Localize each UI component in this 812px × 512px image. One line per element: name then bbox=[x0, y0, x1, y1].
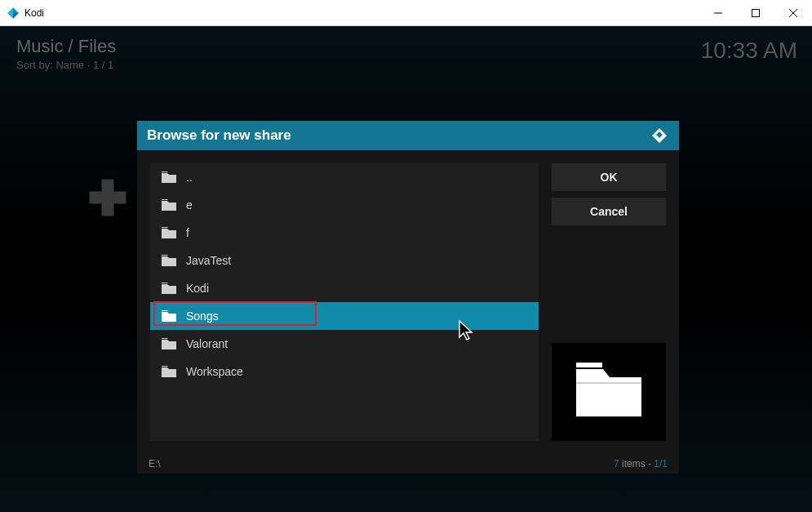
folder-icon bbox=[162, 255, 176, 266]
folder-icon bbox=[162, 227, 176, 238]
window-titlebar: Kodi bbox=[0, 0, 812, 26]
window-title: Kodi bbox=[24, 7, 699, 19]
folder-icon bbox=[162, 199, 176, 211]
list-item-label: JavaTest bbox=[186, 254, 231, 267]
close-button[interactable] bbox=[774, 0, 812, 25]
folder-icon bbox=[572, 363, 646, 421]
breadcrumb: Music / Files bbox=[16, 36, 116, 57]
cancel-button[interactable]: Cancel bbox=[552, 198, 666, 225]
preview-thumbnail bbox=[552, 343, 666, 441]
folder-icon bbox=[162, 310, 176, 322]
list-item[interactable]: Kodi bbox=[150, 274, 539, 302]
ok-button[interactable]: OK bbox=[552, 163, 666, 191]
kodi-logo-icon bbox=[650, 126, 669, 145]
list-item[interactable]: Valorant bbox=[150, 330, 539, 358]
list-item[interactable]: Workspace bbox=[150, 358, 539, 385]
dialog-header: Browse for new share bbox=[137, 121, 679, 150]
browse-dialog: Browse for new share .. e f bbox=[137, 121, 679, 474]
maximize-button[interactable] bbox=[737, 0, 774, 25]
folder-icon bbox=[162, 283, 176, 294]
list-item[interactable]: f bbox=[150, 219, 539, 247]
file-list[interactable]: .. e f JavaTest Kodi bbox=[150, 163, 539, 441]
list-item[interactable]: .. bbox=[150, 163, 539, 191]
dialog-footer: E:\ 7 items - 1/1 bbox=[137, 454, 679, 474]
list-item[interactable]: JavaTest bbox=[150, 247, 539, 274]
dialog-body: .. e f JavaTest Kodi bbox=[137, 150, 679, 454]
kodi-icon bbox=[7, 7, 20, 20]
folder-icon bbox=[162, 366, 176, 377]
svg-rect-0 bbox=[752, 9, 760, 16]
list-item[interactable]: e bbox=[150, 191, 539, 219]
list-item[interactable]: Songs bbox=[150, 302, 539, 330]
window-controls bbox=[699, 0, 812, 25]
list-item-label: .. bbox=[186, 171, 193, 184]
list-item-label: e bbox=[186, 198, 193, 211]
list-item-label: Songs bbox=[186, 309, 219, 323]
minimize-button[interactable] bbox=[699, 0, 737, 25]
sort-indicator: Sort by: Name · 1 / 1 bbox=[16, 59, 113, 71]
clock: 10:33 AM bbox=[701, 38, 797, 64]
list-item-label: f bbox=[186, 226, 189, 239]
folder-icon bbox=[162, 171, 176, 183]
list-item-label: Workspace bbox=[186, 365, 243, 378]
app-content: Music / Files Sort by: Name · 1 / 1 10:3… bbox=[0, 26, 812, 512]
dialog-title: Browse for new share bbox=[147, 127, 650, 144]
item-count: 7 items - 1/1 bbox=[614, 458, 668, 470]
svg-rect-1 bbox=[576, 363, 602, 367]
list-item-label: Valorant bbox=[186, 337, 228, 350]
list-item-label: Kodi bbox=[186, 282, 209, 295]
folder-icon bbox=[162, 338, 176, 349]
dialog-right-panel: OK Cancel bbox=[552, 163, 666, 441]
current-path: E:\ bbox=[149, 458, 614, 470]
plus-icon bbox=[83, 173, 132, 222]
